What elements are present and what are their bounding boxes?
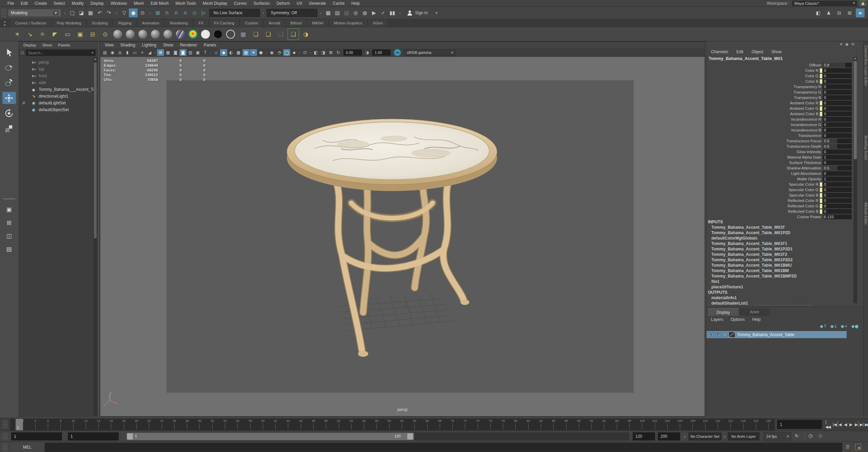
safe-action-icon[interactable]: ▣ xyxy=(194,49,201,56)
phong-material-icon[interactable] xyxy=(150,28,161,40)
attribute-label[interactable]: Diffuse xyxy=(809,63,821,67)
attribute-label[interactable]: Reflected Color G xyxy=(788,204,818,208)
attribute-label[interactable]: Color B xyxy=(806,79,818,83)
new-scene-icon[interactable]: ▢ xyxy=(68,8,77,17)
render-view-icon[interactable]: ▦ xyxy=(324,8,333,17)
divider[interactable]: › xyxy=(154,49,157,56)
film-gate-icon[interactable]: ▦ xyxy=(164,49,172,56)
grid-icon[interactable]: ⊞ xyxy=(157,49,164,56)
ambient-occlusion-icon[interactable]: ◉ xyxy=(268,49,275,56)
spot-light-icon[interactable]: ◤ xyxy=(49,28,61,40)
select-camera-icon[interactable]: ▤ xyxy=(101,49,108,56)
search-input[interactable]: Search...▼ xyxy=(26,49,96,56)
attribute-label[interactable]: Reflected Color B xyxy=(788,209,818,213)
outliner-menu-item[interactable]: Panels xyxy=(56,43,73,47)
scale-tool-icon[interactable] xyxy=(2,122,16,135)
use-background-icon[interactable] xyxy=(212,28,224,40)
attribute-label[interactable]: Color G xyxy=(805,74,818,78)
collapse-divider[interactable]: › xyxy=(261,11,265,16)
character-set-menu-icon[interactable]: ▽ xyxy=(684,435,686,438)
toolbar-grip[interactable] xyxy=(2,432,7,440)
range-slider-track[interactable]: 1 120 xyxy=(126,432,629,440)
attribute-field[interactable]: 0 xyxy=(823,117,852,122)
shelf-tab[interactable]: Custom xyxy=(240,19,264,27)
attribute-label[interactable]: Glow Intensity xyxy=(797,150,821,154)
attribute-field[interactable]: 0 xyxy=(823,171,852,176)
menu-item[interactable]: Create xyxy=(31,1,50,6)
viewport-menu-item[interactable]: Panels xyxy=(200,43,220,47)
input-node-item[interactable]: Tommy_Bahama_Accent_Table_Mtl1P2D1 xyxy=(707,246,852,252)
outliner-item[interactable]: ⊞ side xyxy=(19,79,97,86)
workspace-lock-icon[interactable] xyxy=(860,0,866,6)
menu-set-select[interactable]: Modeling▼ xyxy=(8,9,61,17)
convert-texture-icon[interactable]: ❏ xyxy=(275,28,287,40)
color-swatch[interactable] xyxy=(820,188,822,192)
select-hierarchy-icon[interactable]: ▽ xyxy=(120,8,129,17)
menu-item[interactable]: Mesh xyxy=(131,1,147,6)
attribute-label[interactable]: Ambient Color R xyxy=(790,101,818,105)
attribute-field[interactable]: 0 xyxy=(823,160,852,165)
menu-item[interactable]: Select xyxy=(50,1,68,6)
playback-start-field[interactable]: 1 xyxy=(68,432,119,440)
viewport-menu-item[interactable]: Shading xyxy=(117,43,139,47)
file-texture-icon[interactable]: ❏ xyxy=(288,28,299,40)
isolate-select-icon[interactable]: ⊡ xyxy=(301,49,309,56)
shelf-tab[interactable]: XGen xyxy=(368,19,388,27)
panel-splitter[interactable] xyxy=(754,305,812,305)
menu-item[interactable]: File xyxy=(4,1,17,6)
camera-attributes-icon[interactable]: ◎ xyxy=(116,49,123,56)
divider[interactable]: › xyxy=(209,49,212,56)
anti-alias-icon[interactable]: ◯ xyxy=(283,49,290,56)
command-language-button[interactable]: MEL xyxy=(10,443,44,452)
input-node-item[interactable]: Tommy_Bahama_Accent_Table_Mtl1BMU xyxy=(707,263,852,268)
color-swatch[interactable] xyxy=(820,204,822,208)
camera-lock-icon[interactable]: ◉ xyxy=(109,49,116,56)
attribute-label[interactable]: Matte Opacity xyxy=(797,177,821,181)
select-tool-icon[interactable] xyxy=(2,46,16,58)
grease-pencil-icon[interactable]: ◢ xyxy=(146,49,153,56)
point-light-icon[interactable]: ☀ xyxy=(12,28,23,40)
command-history-icon[interactable]: ☰ xyxy=(846,444,850,449)
input-node-item[interactable]: Tommy_Bahama_Accent_Table_Mtl1P2D2 xyxy=(707,257,852,263)
outliner-item[interactable]: ⊞ directionalLight1 xyxy=(19,93,97,100)
shelf-tab[interactable]: Curves / Surfaces xyxy=(10,19,52,27)
attribute-field[interactable]: 0 xyxy=(823,111,852,116)
command-input[interactable] xyxy=(45,443,842,452)
make-live-icon[interactable]: ▷ xyxy=(199,8,208,17)
animation-preferences-icon[interactable]: ⊙ xyxy=(818,433,823,438)
hypershade-window-icon[interactable]: ▦ xyxy=(237,28,249,40)
go-to-end-button[interactable]: ▶▶| xyxy=(865,420,868,429)
outliner-item[interactable]: ⊞ persp xyxy=(19,59,97,66)
shelf-tab[interactable]: Motion Graphics xyxy=(329,19,368,27)
collapse-divider[interactable]: › xyxy=(398,11,402,16)
anim-layer-menu-icon[interactable]: ▽ xyxy=(724,435,726,438)
live-surface-field[interactable]: No Live Surface xyxy=(209,9,260,17)
menu-item[interactable]: Mesh Display xyxy=(199,1,231,6)
attribute-label[interactable]: Translucence Focus xyxy=(786,139,821,143)
color-swatch[interactable] xyxy=(820,182,822,187)
fps-select[interactable]: 24 fps▼ xyxy=(764,432,791,440)
attribute-field[interactable]: 0.8 xyxy=(823,63,852,67)
attribute-field[interactable]: 0 xyxy=(823,101,852,105)
shadows-icon[interactable]: ● xyxy=(257,49,264,56)
menu-item[interactable]: Generate xyxy=(305,1,329,6)
range-start-handle[interactable] xyxy=(127,433,133,439)
input-node-item[interactable]: Tommy_Bahama_Accent_Table_Mtl1F1 xyxy=(707,241,852,246)
collapse-divider[interactable]: › xyxy=(318,11,323,16)
attribute-label[interactable]: Specular Color G xyxy=(789,188,818,192)
area-light-icon[interactable]: ▭ xyxy=(62,28,73,40)
attribute-field[interactable]: 0.5 xyxy=(823,166,852,170)
color-swatch[interactable] xyxy=(820,199,822,203)
menu-item[interactable]: Curves xyxy=(231,1,250,6)
toolbar-grip[interactable] xyxy=(2,419,7,429)
empty-layer-icon[interactable]: ◆+ xyxy=(841,324,848,329)
color-swatch[interactable] xyxy=(820,101,822,105)
playback-end-field[interactable]: 120 xyxy=(633,432,655,440)
attribute-label[interactable]: Color R xyxy=(805,68,818,73)
playback-loop-icon[interactable]: ↻ xyxy=(795,433,799,438)
play-backwards-button[interactable]: ◀ xyxy=(843,420,848,429)
open-scene-icon[interactable]: ◪ xyxy=(77,8,86,17)
filter-icon[interactable]: ⊡ xyxy=(21,50,24,55)
menu-item[interactable]: Windows xyxy=(107,1,131,6)
viewport-canvas[interactable]: Verts:6838700 Edges:13664400 Faces:68256… xyxy=(100,57,705,416)
